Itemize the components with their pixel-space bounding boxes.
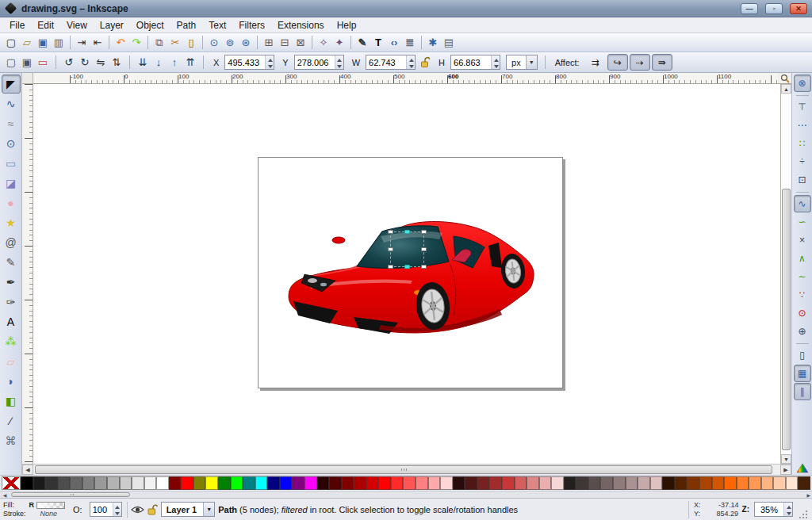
- palette-swatch[interactable]: [304, 476, 317, 490]
- affect-stroke-icon[interactable]: ⇉: [585, 54, 606, 71]
- palette-scroll-left-icon[interactable]: ◀: [0, 492, 10, 498]
- palette-swatch[interactable]: [650, 476, 663, 490]
- zoom-page-icon[interactable]: ⊛: [238, 35, 254, 51]
- layer-visibility-toggle[interactable]: [131, 505, 144, 514]
- palette-swatch[interactable]: [329, 476, 342, 490]
- dropper-tool[interactable]: ∕: [2, 411, 21, 430]
- palette-swatch[interactable]: [576, 476, 588, 490]
- rotate-cw-icon[interactable]: ↻: [77, 55, 93, 71]
- snap-paths-icon[interactable]: ∽: [794, 213, 811, 231]
- print-icon[interactable]: ▥: [51, 35, 67, 51]
- undo-icon[interactable]: ↶: [113, 35, 128, 51]
- palette-swatch[interactable]: [280, 476, 293, 490]
- snap-intersections-icon[interactable]: ×: [794, 231, 811, 249]
- selection-handle[interactable]: [404, 230, 410, 234]
- palette-swatch[interactable]: [45, 476, 58, 490]
- palette-swatch[interactable]: [243, 476, 255, 490]
- layer-select[interactable]: Layer 1 ▼: [161, 502, 216, 517]
- palette-swatch[interactable]: [403, 476, 416, 490]
- palette-swatch[interactable]: [378, 476, 391, 490]
- w-spinner[interactable]: [406, 55, 415, 69]
- palette-swatch[interactable]: [539, 476, 552, 490]
- lower-icon[interactable]: ↓: [151, 55, 167, 71]
- menu-item[interactable]: Extensions: [271, 18, 331, 32]
- palette-swatch[interactable]: [626, 476, 638, 490]
- ellipse-tool[interactable]: ●: [2, 193, 21, 212]
- palette-swatch[interactable]: [33, 476, 46, 490]
- align-distribute-icon[interactable]: ≣: [402, 35, 418, 51]
- vertical-scroll-thumb[interactable]: [782, 189, 791, 450]
- x-input[interactable]: [225, 55, 265, 69]
- zoom-tool[interactable]: ⊙: [2, 134, 21, 153]
- menu-item[interactable]: Help: [331, 18, 363, 32]
- snap-smooth-nodes-icon[interactable]: ∼: [794, 268, 811, 285]
- snap-guides-icon[interactable]: ∥: [794, 383, 811, 400]
- redo-icon[interactable]: ↷: [128, 35, 144, 51]
- tweak-tool[interactable]: ≈: [2, 114, 21, 133]
- palette-swatch[interactable]: [132, 476, 144, 490]
- lock-ratio-icon[interactable]: [420, 56, 431, 68]
- menu-item[interactable]: Object: [130, 18, 170, 32]
- lower-to-bottom-icon[interactable]: ⇊: [135, 55, 151, 71]
- opacity-spinner[interactable]: [113, 503, 121, 516]
- selection-handle[interactable]: [421, 230, 427, 234]
- zoom-selection-icon[interactable]: ⊙: [206, 35, 222, 51]
- selection-handle[interactable]: [388, 247, 393, 251]
- palette-swatch[interactable]: [675, 476, 688, 490]
- snap-cusp-nodes-icon[interactable]: ∧: [794, 250, 811, 267]
- save-document-icon[interactable]: ▣: [35, 35, 51, 51]
- palette-swatch[interactable]: [662, 476, 675, 490]
- palette-swatch[interactable]: [342, 476, 354, 490]
- palette-swatch[interactable]: [70, 476, 82, 490]
- unlink-clone-icon[interactable]: ⊠: [293, 35, 308, 51]
- paint-bucket-tool[interactable]: ◗: [2, 372, 21, 391]
- palette-swatch[interactable]: [786, 476, 799, 490]
- raise-icon[interactable]: ↑: [167, 55, 182, 71]
- xml-editor-icon[interactable]: ‹›: [386, 35, 402, 51]
- selection-handle[interactable]: [404, 265, 410, 269]
- snap-rotation-centers-icon[interactable]: ⊕: [794, 323, 811, 340]
- fill-stroke-dialog-icon[interactable]: ✎: [354, 35, 370, 51]
- zoom-corner-button[interactable]: [778, 73, 791, 84]
- palette-swatch[interactable]: [477, 476, 490, 490]
- palette-scroll-thumb[interactable]: [11, 492, 130, 497]
- copy-icon[interactable]: ⧉: [151, 35, 167, 51]
- palette-swatch[interactable]: [600, 476, 613, 490]
- cut-icon[interactable]: ✂: [167, 35, 183, 51]
- palette-swatch[interactable]: [169, 476, 182, 490]
- palette-swatch[interactable]: [489, 476, 502, 490]
- palette-swatch[interactable]: [428, 476, 441, 490]
- palette-swatch[interactable]: [193, 476, 206, 490]
- snap-midpoints-icon[interactable]: ∵: [794, 286, 811, 304]
- scroll-down-icon[interactable]: ▼: [781, 454, 791, 464]
- pencil-tool[interactable]: ✎: [2, 253, 21, 272]
- palette-swatch[interactable]: [267, 476, 280, 490]
- palette-swatch[interactable]: [737, 476, 749, 490]
- menu-item[interactable]: File: [3, 18, 31, 32]
- opacity-input[interactable]: [90, 503, 113, 516]
- snap-enable-icon[interactable]: ⊗: [794, 75, 811, 92]
- palette-swatch[interactable]: [317, 476, 330, 490]
- minimize-button[interactable]: —: [741, 3, 758, 14]
- palette-swatch[interactable]: [218, 476, 231, 490]
- titlebar[interactable]: drawing.svg – Inkscape — ▫ ✕: [0, 0, 812, 17]
- affect-gradients-icon[interactable]: ⇢: [630, 54, 650, 71]
- palette-swatch[interactable]: [391, 476, 404, 490]
- zoom-drawing-icon[interactable]: ⊚: [222, 35, 238, 51]
- spray-tool[interactable]: ⁂: [2, 332, 21, 351]
- paste-icon[interactable]: ▯: [183, 35, 199, 51]
- palette-swatch[interactable]: [687, 476, 699, 490]
- menu-item[interactable]: Text: [202, 18, 232, 32]
- export-icon[interactable]: ⇤: [90, 35, 105, 51]
- color-wheel-icon[interactable]: [796, 463, 809, 473]
- palette-swatch[interactable]: [712, 476, 725, 490]
- import-icon[interactable]: ⇥: [74, 35, 90, 51]
- group-icon[interactable]: ✧: [316, 35, 331, 51]
- resize-grip[interactable]: [798, 509, 809, 520]
- select-all-icon[interactable]: ▢: [3, 55, 19, 71]
- horizontal-scroll-thumb[interactable]: [35, 465, 772, 474]
- document-properties-icon[interactable]: ▤: [441, 35, 457, 51]
- fill-swatch[interactable]: [36, 502, 65, 509]
- rotate-ccw-icon[interactable]: ↺: [61, 55, 77, 71]
- palette-swatch[interactable]: [761, 476, 774, 490]
